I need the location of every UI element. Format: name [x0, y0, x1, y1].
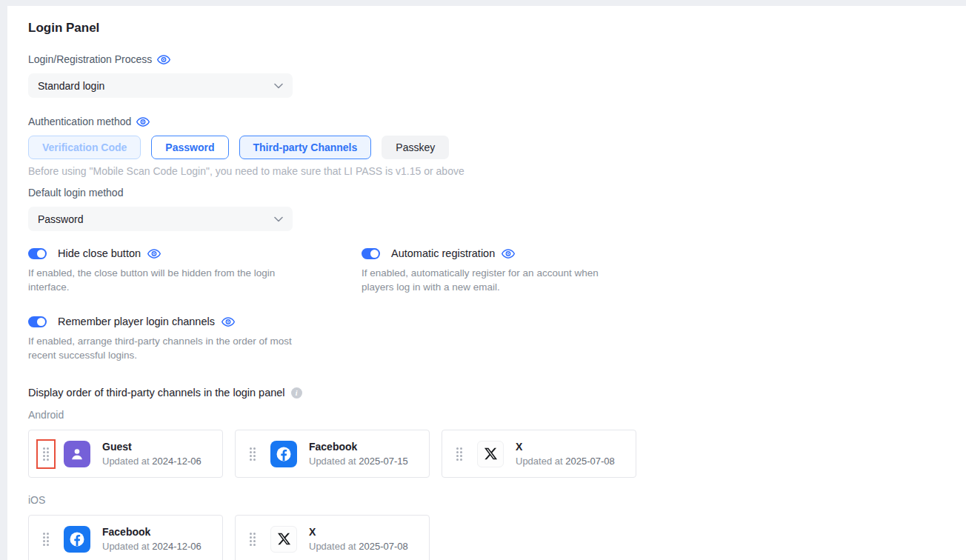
- remember-login-channels-description: If enabled, arrange third-party channels…: [28, 334, 293, 362]
- updated-at-date: 2024-12-06: [152, 456, 201, 467]
- automatic-registration-label: Automatic registration: [391, 247, 495, 259]
- channel-card-guest: Guest Updated at 2024-12-06: [28, 430, 223, 478]
- channel-name: Guest: [102, 441, 201, 453]
- platform-label-ios: iOS: [28, 494, 944, 506]
- chevron-down-icon: [274, 216, 283, 222]
- hide-close-button-setting: Hide close button If enabled, the close …: [28, 247, 362, 294]
- channel-card-facebook: Facebook Updated at 2025-07-15: [235, 430, 430, 478]
- default-login-select-value: Password: [38, 213, 83, 225]
- remember-login-channels-setting: Remember player login channels If enable…: [28, 316, 362, 362]
- remember-login-channels-toggle[interactable]: [28, 316, 47, 327]
- guest-avatar-icon: [64, 441, 90, 467]
- ios-channel-list: Facebook Updated at 2024-12-06 X Updated…: [28, 515, 944, 560]
- toggle-settings-grid: Hide close button If enabled, the close …: [28, 247, 944, 384]
- drag-handle-icon[interactable]: [250, 533, 256, 546]
- default-login-select[interactable]: Password: [28, 207, 293, 231]
- login-process-label-row: Login/Registration Process: [28, 53, 944, 65]
- eye-icon[interactable]: [147, 248, 161, 259]
- channel-name: X: [309, 526, 408, 538]
- updated-at-date: 2025-07-15: [359, 456, 408, 467]
- display-order-label-row: Display order of third-party channels in…: [28, 387, 944, 399]
- eye-icon[interactable]: [136, 116, 150, 127]
- channel-card-x: X Updated at 2025-07-08: [235, 515, 430, 560]
- login-process-label: Login/Registration Process: [28, 53, 152, 65]
- updated-at-date: 2025-07-08: [359, 541, 408, 552]
- highlight-annotation-box: [43, 447, 49, 461]
- automatic-registration-setting: Automatic registration If enabled, autom…: [362, 247, 944, 294]
- eye-icon[interactable]: [157, 54, 170, 65]
- chevron-down-icon: [274, 83, 283, 89]
- updated-at-label: Updated at: [102, 456, 150, 467]
- info-icon[interactable]: i: [291, 387, 302, 399]
- facebook-icon: [270, 441, 297, 467]
- eye-icon[interactable]: [221, 316, 235, 327]
- drag-handle-icon[interactable]: [456, 447, 462, 461]
- android-channel-list: Guest Updated at 2024-12-06 Facebook Upd…: [28, 430, 944, 478]
- updated-at-date: 2024-12-06: [152, 541, 201, 552]
- hide-close-button-toggle[interactable]: [28, 248, 47, 259]
- auth-option-third-party-channels[interactable]: Third-party Channels: [239, 136, 372, 159]
- updated-at-label: Updated at: [102, 541, 150, 552]
- remember-login-channels-label: Remember player login channels: [58, 316, 215, 327]
- updated-at-date: 2025-07-08: [565, 456, 615, 467]
- channel-name: Facebook: [102, 526, 201, 538]
- hide-close-button-label: Hide close button: [58, 247, 141, 259]
- login-panel-settings: Login Panel Login/Registration Process S…: [7, 6, 966, 560]
- auth-option-password[interactable]: Password: [151, 136, 228, 159]
- auth-option-passkey[interactable]: Passkey: [382, 136, 449, 159]
- channel-card-facebook: Facebook Updated at 2024-12-06: [28, 515, 223, 560]
- channel-card-x: X Updated at 2025-07-08: [442, 430, 636, 478]
- automatic-registration-description: If enabled, automatically register for a…: [362, 266, 632, 294]
- default-login-label: Default login method: [28, 187, 944, 199]
- updated-at-label: Updated at: [309, 541, 356, 552]
- auth-method-options: Verification Code Password Third-party C…: [28, 136, 944, 159]
- auth-option-verification-code[interactable]: Verification Code: [28, 136, 141, 159]
- login-process-select[interactable]: Standard login: [28, 73, 293, 98]
- updated-at-label: Updated at: [516, 456, 563, 467]
- automatic-registration-toggle[interactable]: [362, 248, 380, 259]
- x-logo-icon: [477, 441, 504, 467]
- drag-handle-icon[interactable]: [250, 447, 256, 461]
- login-process-select-value: Standard login: [38, 80, 104, 92]
- auth-method-label-row: Authentication method: [28, 116, 944, 127]
- channel-name: X: [516, 441, 615, 453]
- display-order-label: Display order of third-party channels in…: [28, 387, 285, 399]
- updated-at-label: Updated at: [309, 456, 356, 467]
- auth-method-label: Authentication method: [28, 116, 131, 127]
- page-title: Login Panel: [28, 21, 944, 36]
- hide-close-button-description: If enabled, the close button will be hid…: [28, 266, 299, 294]
- channel-name: Facebook: [309, 441, 408, 453]
- x-logo-icon: [270, 526, 297, 553]
- drag-handle-icon[interactable]: [43, 533, 49, 546]
- drag-handle-icon[interactable]: [43, 447, 49, 461]
- eye-icon[interactable]: [502, 248, 515, 259]
- facebook-icon: [64, 526, 90, 553]
- auth-method-hint: Before using "Mobile Scan Code Login", y…: [28, 165, 944, 177]
- platform-label-android: Android: [28, 409, 944, 421]
